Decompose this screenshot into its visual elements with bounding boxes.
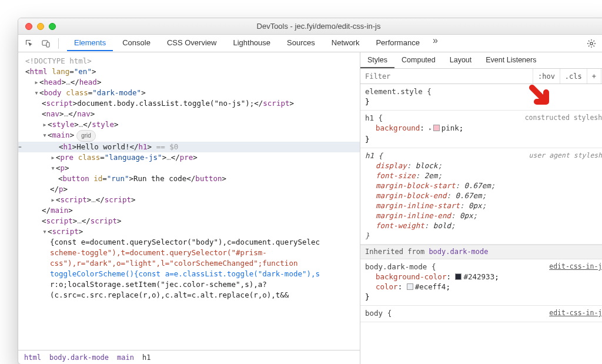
tabs-overflow-icon[interactable]: » [429,35,442,51]
main-toolbar: Elements Console CSS Overview Lighthouse… [18,35,602,52]
dom-script3[interactable]: <script>…</script> [18,216,360,226]
origin-link-1[interactable]: edit-css-in-js:1 [549,262,602,272]
devtools-window: DevTools - jec.fyi/demo/edit-css-in-js E… [18,18,602,364]
hov-button[interactable]: :hov [533,69,560,84]
rule-body-dark[interactable]: edit-css-in-js:1 body.dark-mode { backgr… [360,259,602,306]
subtab-styles[interactable]: Styles [360,52,394,68]
subtab-layout[interactable]: Layout [443,52,479,68]
tab-console[interactable]: Console [115,35,158,51]
svg-rect-1 [46,42,49,47]
rule-constructed[interactable]: constructed stylesheet h1 { background: … [360,111,602,148]
crumb-main[interactable]: main [117,353,134,362]
origin-link-2[interactable]: edit-css-in-js:1 [549,308,602,318]
origin-ua: user agent stylesheet [529,151,602,161]
cls-button[interactable]: .cls [560,69,587,84]
dom-style[interactable]: ▸<style>…</style> [18,119,360,130]
panels: <!DOCTYPE html> <html lang="en"> ▸<head>… [18,52,602,364]
origin-constructed[interactable]: constructed stylesheet [525,113,602,123]
breadcrumb: html body.dark-mode main h1 [18,350,360,364]
dom-nav[interactable]: <nav>…</nav> [18,109,360,119]
color-swatch-light[interactable] [407,283,413,290]
dom-p[interactable]: ▾<p> [18,163,360,173]
dom-js-line4[interactable]: toggleColorScheme(){const a=e.classList.… [18,269,360,279]
inspect-icon[interactable] [23,37,36,50]
dom-js-line3[interactable]: css"),r="dark",o="light",l="colorSchemeC… [18,258,360,269]
crumb-h1[interactable]: h1 [142,353,150,362]
dom-js-line2[interactable]: scheme-toggle"),t=document.querySelector… [18,248,360,258]
dom-js-line6[interactable]: (c.src=c.src.replace(r,o),c.alt=c.alt.re… [18,290,360,300]
new-rule-button[interactable]: + [587,69,601,84]
dom-script4[interactable]: ▾<script> [18,226,360,237]
grid-badge[interactable]: grid [76,130,96,142]
css-declaration[interactable]: display: block; [376,161,602,171]
tab-css-overview[interactable]: CSS Overview [160,35,224,51]
dom-html[interactable]: <html lang="en"> [18,66,360,77]
rule-user-agent[interactable]: user agent stylesheet h1 { display: bloc… [360,148,602,245]
crumb-html[interactable]: html [24,353,41,362]
dom-script2[interactable]: ▸<script>…</script> [18,195,360,205]
inherited-from-bar: Inherited from body.dark-mode [360,245,602,259]
dom-pre[interactable]: ▸<pre class="language-js">…</pre> [18,152,360,163]
tab-sources[interactable]: Sources [280,35,322,51]
styles-panel: Styles Computed Layout Event Listeners »… [360,52,602,364]
tab-lighthouse[interactable]: Lighthouse [226,35,277,51]
inherited-link[interactable]: body.dark-mode [429,248,488,256]
filter-bar: :hov .cls + [360,69,602,84]
subtab-computed[interactable]: Computed [394,52,443,68]
dom-head[interactable]: ▸<head>…</head> [18,77,360,88]
rule-body[interactable]: edit-css-in-js:1 body { [360,306,602,322]
rule-element-style[interactable]: element.style { } [360,84,602,111]
tab-network[interactable]: Network [325,35,367,51]
dom-tree[interactable]: <!DOCTYPE html> <html lang="en"> ▸<head>… [18,52,360,350]
dom-body[interactable]: ▾<body class="dark-mode"> [18,88,360,98]
device-toggle-icon[interactable] [39,37,52,50]
dom-js-line5[interactable]: r:o;localStorage.setItem("jec.color-sche… [18,279,360,290]
styles-list[interactable]: element.style { } constructed stylesheet… [360,84,602,364]
dom-script1[interactable]: <script>document.body.classList.toggle("… [18,98,360,109]
side-tabs: Styles Computed Layout Event Listeners » [360,52,602,69]
dom-main[interactable]: ▾<main>grid [18,130,360,142]
filter-input[interactable] [360,72,533,81]
css-declaration[interactable]: margin-block-end: 0.67em; [376,191,602,201]
subtab-event-listeners[interactable]: Event Listeners [479,52,543,68]
window-title: DevTools - jec.fyi/demo/edit-css-in-js [18,22,602,31]
dom-p-close[interactable]: </p> [18,184,360,195]
dom-doctype[interactable]: <!DOCTYPE html> [18,56,360,66]
dom-h1-selected[interactable]: <h1>Hello world!</h1> == $0 [18,142,360,152]
titlebar: DevTools - jec.fyi/demo/edit-css-in-js [18,18,602,35]
color-swatch-dark[interactable] [455,273,461,280]
css-declaration[interactable]: margin-block-start: 0.67em; [376,181,602,191]
dom-button[interactable]: <button id="run">Run the code</button> [18,173,360,184]
main-tabs: Elements Console CSS Overview Lighthouse… [67,35,442,51]
settings-icon[interactable] [585,37,598,50]
arrow-icon [529,84,554,112]
css-declaration[interactable]: font-size: 2em; [376,171,602,181]
divider [58,38,59,49]
css-declaration[interactable]: margin-inline-end: 0px; [376,211,602,221]
tab-performance[interactable]: Performance [369,35,426,51]
tab-elements[interactable]: Elements [67,35,113,51]
css-declaration[interactable]: margin-inline-start: 0px; [376,201,602,211]
svg-point-2 [590,42,593,44]
css-declaration[interactable]: font-weight: bold; [376,221,602,231]
color-swatch-pink[interactable] [433,125,440,131]
elements-panel: <!DOCTYPE html> <html lang="en"> ▸<head>… [18,52,360,364]
dom-main-close[interactable]: </main> [18,205,360,216]
crumb-body[interactable]: body.dark-mode [49,353,109,362]
dom-js-line1[interactable]: {const e=document.querySelector("body"),… [18,237,360,248]
